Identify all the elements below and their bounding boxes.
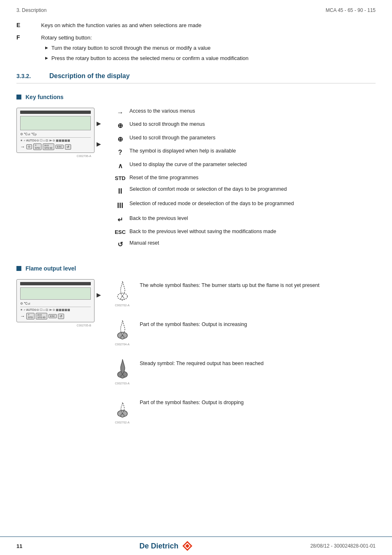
flame-item-1: C002702-A The whole symbol flashes: The … xyxy=(111,279,376,307)
panel-btn-esc: ESC xyxy=(55,145,64,149)
kf-text-esc: Back to the previous level without savin… xyxy=(129,228,376,236)
header-left: 3. Description xyxy=(16,7,46,13)
svg-point-3 xyxy=(121,336,124,339)
flame-panel-btn-reset: ↺ xyxy=(58,314,64,319)
kf-row-scroll-param: ⊕ Used to scroll through the parameters xyxy=(111,134,376,144)
kf-text-help: The symbol is displayed when help is ava… xyxy=(129,148,376,155)
kf-row-help: ? The symbol is displayed when help is a… xyxy=(111,148,376,157)
flame-layout: ⚙ ℃ul ☀ ♂ AUTO⊙⊙ ☐ ⌂ ⊡ ≫ ⊙ ▦▦▦▦▦ → ? STD… xyxy=(16,279,376,435)
f-text: Rotary setting button: xyxy=(41,35,92,41)
e-text: Keys on which the function varies as and… xyxy=(41,21,376,30)
kf-row-esc: ESC Back to the previous level without s… xyxy=(111,228,376,236)
flame-text-3: Steady symbol: The required output has b… xyxy=(140,357,376,366)
footer-ref: 28/08/12 - 300024828-001-01 xyxy=(310,543,376,549)
kf-row-back: ↵ Back to the previous level xyxy=(111,215,376,224)
flame-heading: Flame output level xyxy=(16,265,376,272)
flame-panel-status: ⚙ ℃ul xyxy=(20,302,91,305)
flame-label-3: C002703-A xyxy=(115,382,129,385)
flame-item-4: C002702-A Part of the symbol flashes: Ou… xyxy=(111,396,376,424)
footer-brand: De Dietrich xyxy=(139,540,193,552)
kf-symbol-reset: ↺ xyxy=(111,240,129,249)
kf-text-comfort: Selection of comfort mode or selection o… xyxy=(129,186,376,193)
flame-panel-btn-1: ? STD xyxy=(26,313,35,319)
flame-icon-3: C002703-A xyxy=(111,357,134,385)
kf-text-scroll-param: Used to scroll through the parameters xyxy=(129,134,376,142)
panel-side-arrow-bottom: ▶ xyxy=(97,141,101,147)
display-panel: ⚙ ℃ul ℃p ☀ ♂ AUTO⊙⊙ ☐ ⌂ ⊡ ≫ ⊙ ▦▦▦▦▦ → ⊙ … xyxy=(16,108,95,153)
svg-point-7 xyxy=(121,414,124,417)
panel-btn-reset: ↺ xyxy=(65,144,71,150)
kf-text-reduced: Selection of reduced mode or deselection… xyxy=(129,200,376,208)
kf-symbol-help: ? xyxy=(111,148,129,157)
e-label: E xyxy=(16,21,41,28)
kf-text-reset: Manual reset xyxy=(129,240,376,247)
flame-panel-btn-2: IA IISTD ID xyxy=(36,313,47,319)
key-functions-section: Key functions ⚙ ℃ul ℃p xyxy=(16,94,376,253)
flame-icon-4: C002702-A xyxy=(111,396,134,424)
panel-icon-row: ☀ ♂ AUTO⊙⊙ ☐ ⌂ ⊡ ≫ ⊙ ▦▦▦▦▦ xyxy=(20,137,91,142)
kf-symbol-scroll-up: ⊕ xyxy=(111,121,129,130)
flame-text-4: Part of the symbol flashes: Output is dr… xyxy=(140,396,376,405)
kf-row-std: STD Reset of the time programmes xyxy=(111,174,376,182)
flame-svg-4 xyxy=(112,396,133,421)
e-row: E Keys on which the function varies as a… xyxy=(16,21,376,30)
kf-row-arrow: → Access to the various menus xyxy=(111,108,376,117)
flame-text-1: The whole symbol flashes: The burner sta… xyxy=(140,279,376,288)
kf-row-reduced: III Selection of reduced mode or deselec… xyxy=(111,200,376,211)
flame-icon-2: C002704-A xyxy=(111,318,134,346)
header-right: MCA 45 - 65 - 90 - 115 xyxy=(326,7,376,13)
flame-panel-bar xyxy=(20,282,91,285)
brand-logo-icon xyxy=(182,540,193,552)
footer-page-number: 11 xyxy=(16,543,22,549)
ef-section: E Keys on which the function varies as a… xyxy=(16,21,376,64)
brand-name: De Dietrich xyxy=(139,542,178,550)
main-content: E Keys on which the function varies as a… xyxy=(0,17,392,444)
flame-items: C002702-A The whole symbol flashes: The … xyxy=(111,279,376,435)
panel-btn-1: ⊙ xyxy=(26,144,32,149)
page-header: 3. Description MCA 45 - 65 - 90 - 115 xyxy=(0,0,392,17)
f-row: F Rotary setting button: Turn the rotary… xyxy=(16,34,376,65)
kf-row-scroll-menu: ⊕ Used to scroll through the menus xyxy=(111,121,376,130)
panel-wrapper: ⚙ ℃ul ℃p ☀ ♂ AUTO⊙⊙ ☐ ⌂ ⊡ ≫ ⊙ ▦▦▦▦▦ → ⊙ … xyxy=(16,108,95,153)
panel-status-row: ⚙ ℃ul ℃p xyxy=(20,132,91,136)
panel-btn-row: → ⊙ ? STD IA IISTD ID ESC ↺ xyxy=(20,143,91,150)
flame-panel-btns: → ? STD IA IISTD ID ESC ↺ xyxy=(20,313,91,319)
kf-symbol-back: ↵ xyxy=(111,215,129,224)
kf-text-scroll-menu: Used to scroll through the menus xyxy=(129,121,376,128)
kf-text-arrow: Access to the various menus xyxy=(129,108,376,115)
blue-square-icon xyxy=(16,95,21,99)
flame-panel-icons: ☀ ♂ AUTO⊙⊙ ☐ ⌂ ⊡ ≫ ⊙ ▦▦▦▦▦ xyxy=(20,307,91,312)
kf-row-reset: ↺ Manual reset xyxy=(111,240,376,249)
panel-screen xyxy=(20,116,91,130)
kf-row-curve: ∧ Used to display the curve of the param… xyxy=(111,161,376,171)
flame-title: Flame output level xyxy=(25,265,76,272)
flame-item-2: C002704-A Part of the symbol flashes: Ou… xyxy=(111,318,376,346)
page-footer: 11 De Dietrich 28/08/12 - 300024828-001-… xyxy=(0,536,392,555)
kf-symbol-std: STD xyxy=(111,174,129,182)
f-label: F xyxy=(16,34,41,41)
section-title: Description of the display xyxy=(49,72,130,80)
flame-panel-col: ⚙ ℃ul ☀ ♂ AUTO⊙⊙ ☐ ⌂ ⊡ ≫ ⊙ ▦▦▦▦▦ → ? STD… xyxy=(16,279,99,435)
flame-icon-1: C002702-A xyxy=(111,279,134,307)
flame-text-2: Part of the symbol flashes: Output is in… xyxy=(140,318,376,327)
panel-code: C002706-A xyxy=(16,155,99,157)
flame-svg-2 xyxy=(112,318,133,343)
kf-symbol-reduced: III xyxy=(111,200,129,211)
flame-display-panel: ⚙ ℃ul ☀ ♂ AUTO⊙⊙ ☐ ⌂ ⊡ ≫ ⊙ ▦▦▦▦▦ → ? STD… xyxy=(16,279,95,322)
arrow-btn: → xyxy=(20,144,25,150)
flame-panel-code: C002705-B xyxy=(16,324,99,327)
flame-panel-btn-esc: ESC xyxy=(48,314,57,318)
kf-symbol-esc: ESC xyxy=(111,228,129,236)
flame-item-3: C002703-A Steady symbol: The required ou… xyxy=(111,357,376,385)
key-functions-layout: ⚙ ℃ul ℃p ☀ ♂ AUTO⊙⊙ ☐ ⌂ ⊡ ≫ ⊙ ▦▦▦▦▦ → ⊙ … xyxy=(16,108,376,253)
f-content: Rotary setting button: Turn the rotary b… xyxy=(41,34,376,65)
kf-row-comfort: II Selection of comfort mode or selectio… xyxy=(111,186,376,197)
f-bullets: Turn the rotary button to scroll through… xyxy=(41,44,376,62)
kf-text-std: Reset of the time programmes xyxy=(129,174,376,182)
flame-output-section: Flame output level ⚙ ℃ul ☀ ♂ AUTO⊙⊙ ☐ ⌂ … xyxy=(16,265,376,435)
key-functions-heading: Key functions xyxy=(16,94,376,100)
flame-panel-wrapper: ⚙ ℃ul ☀ ♂ AUTO⊙⊙ ☐ ⌂ ⊡ ≫ ⊙ ▦▦▦▦▦ → ? STD… xyxy=(16,279,95,322)
f-bullet-1: Turn the rotary button to scroll through… xyxy=(41,44,376,52)
key-functions-list: → Access to the various menus ⊕ Used to … xyxy=(111,108,376,253)
flame-panel-screen xyxy=(20,287,91,300)
